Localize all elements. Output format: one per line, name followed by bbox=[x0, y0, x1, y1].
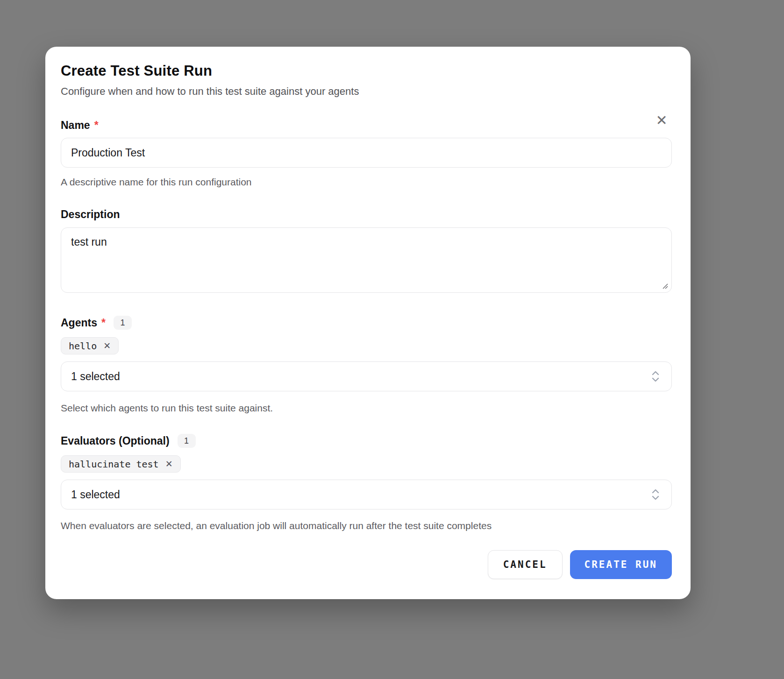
agents-select-value: 1 selected bbox=[71, 370, 120, 383]
evaluators-label: Evaluators (Optional) bbox=[61, 435, 170, 447]
close-icon[interactable]: ✕ bbox=[652, 111, 671, 130]
agent-chip: hello ✕ bbox=[61, 337, 119, 354]
modal-overlay: ✕ Create Test Suite Run Configure when a… bbox=[0, 0, 784, 679]
create-test-suite-run-dialog: ✕ Create Test Suite Run Configure when a… bbox=[45, 47, 691, 599]
agents-count-badge: 1 bbox=[114, 316, 132, 330]
evaluator-chip: hallucinate test ✕ bbox=[61, 455, 181, 473]
description-label: Description bbox=[61, 208, 120, 221]
name-input[interactable] bbox=[61, 138, 672, 168]
evaluators-select[interactable]: 1 selected bbox=[61, 480, 672, 509]
evaluator-chip-remove-icon[interactable]: ✕ bbox=[165, 460, 173, 468]
dialog-actions: CANCEL CREATE RUN bbox=[61, 550, 672, 579]
evaluators-helper-text: When evaluators are selected, an evaluat… bbox=[61, 520, 672, 531]
evaluators-select-value: 1 selected bbox=[71, 488, 120, 501]
evaluators-count-badge: 1 bbox=[178, 434, 196, 448]
dialog-title: Create Test Suite Run bbox=[61, 63, 672, 79]
description-textarea[interactable]: test run bbox=[61, 227, 672, 293]
agents-required-asterisk: * bbox=[101, 317, 106, 329]
name-helper-text: A descriptive name for this run configur… bbox=[61, 177, 672, 188]
cancel-button[interactable]: CANCEL bbox=[488, 550, 563, 579]
agents-chip-row: hello ✕ bbox=[61, 337, 672, 354]
agent-chip-label: hello bbox=[69, 340, 97, 352]
name-label-row: Name * bbox=[61, 119, 672, 132]
dialog-subtitle: Configure when and how to run this test … bbox=[61, 85, 672, 98]
description-textarea-wrap: test run bbox=[61, 227, 672, 293]
name-required-asterisk: * bbox=[94, 119, 99, 132]
chevron-up-down-icon bbox=[650, 488, 661, 501]
chevron-up-down-icon bbox=[650, 370, 661, 382]
create-run-button[interactable]: CREATE RUN bbox=[570, 550, 672, 579]
evaluators-chip-row: hallucinate test ✕ bbox=[61, 455, 672, 473]
evaluators-label-row: Evaluators (Optional) 1 bbox=[61, 434, 672, 448]
agents-label-row: Agents * 1 bbox=[61, 316, 672, 330]
agent-chip-remove-icon[interactable]: ✕ bbox=[103, 341, 111, 350]
agents-select[interactable]: 1 selected bbox=[61, 361, 672, 391]
evaluator-chip-label: hallucinate test bbox=[69, 459, 159, 470]
agents-label: Agents bbox=[61, 317, 97, 329]
description-label-row: Description bbox=[61, 208, 672, 221]
agents-helper-text: Select which agents to run this test sui… bbox=[61, 403, 672, 414]
name-label: Name bbox=[61, 119, 90, 132]
